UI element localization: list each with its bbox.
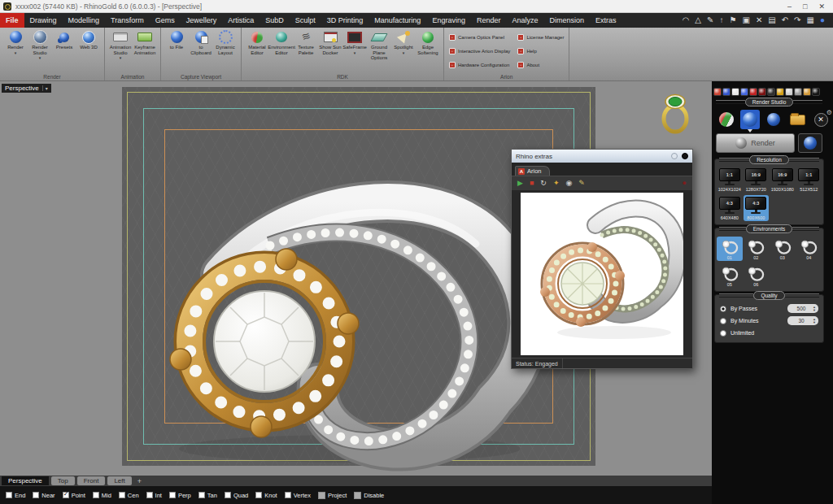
menu-item[interactable]: Jewellery xyxy=(181,13,223,28)
osnap-toggle[interactable]: ✓ Disable xyxy=(354,492,384,499)
checkbox[interactable]: ✓ xyxy=(354,492,361,499)
viewport-label[interactable]: Perspective ▾ xyxy=(2,84,51,93)
flag-icon[interactable]: ⚑ xyxy=(729,16,736,24)
material-swatch[interactable] xyxy=(794,88,802,96)
osnap-toggle[interactable]: ✓ Cen xyxy=(119,492,139,499)
materials-ball-icon[interactable] xyxy=(717,110,736,129)
ribbon-button[interactable]: to File xyxy=(164,29,189,50)
resolution-option[interactable]: 4:3 640X480 xyxy=(717,195,743,221)
quality-option[interactable]: By Passes 500 ▲▼ xyxy=(720,302,818,315)
osnap-toggle[interactable]: ✓ Quad xyxy=(225,492,248,499)
ribbon-button[interactable]: Keyframe Animation xyxy=(133,29,157,55)
quality-option[interactable]: By Minutes 30 ▲▼ xyxy=(720,315,818,327)
pen-icon[interactable]: ✎ xyxy=(707,16,713,24)
ribbon-button[interactable]: Environment Editor xyxy=(269,29,294,55)
material-swatch[interactable] xyxy=(758,88,766,96)
copy-icon[interactable]: ▣ xyxy=(742,16,749,24)
environment-option[interactable]: 01 xyxy=(717,237,743,261)
viewport-tab[interactable]: Top xyxy=(51,476,75,485)
add-viewport-tab[interactable]: + xyxy=(134,477,145,485)
checkbox[interactable]: ✓ xyxy=(93,492,99,498)
checkbox[interactable]: ✓ xyxy=(6,492,12,498)
resolution-option[interactable]: 16:9 1280X720 xyxy=(744,167,770,193)
ribbon-button[interactable]: Show Sun Docker xyxy=(318,29,342,55)
ribbon-button[interactable]: Render ▾ xyxy=(3,29,28,55)
save-icon[interactable]: ▦ xyxy=(807,16,814,24)
render-ball-icon[interactable] xyxy=(740,110,760,129)
checkbox[interactable]: ✓ xyxy=(33,492,39,498)
close-circle-icon[interactable]: ✕ xyxy=(811,110,831,129)
checkbox[interactable]: ✓ xyxy=(255,492,262,498)
environment-option[interactable]: 06 xyxy=(744,263,770,288)
menu-item[interactable]: Render xyxy=(471,13,507,28)
value-spinner[interactable]: 30 ▲▼ xyxy=(787,316,818,325)
delete-icon[interactable]: ✕ xyxy=(756,16,762,24)
material-swatch[interactable] xyxy=(722,88,731,96)
play-icon[interactable]: ▶ xyxy=(517,180,523,187)
checkbox[interactable]: ✓ xyxy=(63,492,69,498)
help-ball-icon[interactable]: ● xyxy=(820,16,825,24)
tab-arion[interactable]: A Arion xyxy=(515,166,550,176)
record-icon[interactable]: ● xyxy=(683,180,687,187)
menu-item[interactable]: Extras xyxy=(590,13,622,28)
checkbox[interactable]: ✓ xyxy=(285,492,291,498)
spinner-arrows[interactable]: ▲▼ xyxy=(813,306,816,311)
radio-button[interactable] xyxy=(720,318,726,324)
paste-icon[interactable]: ▤ xyxy=(768,16,775,24)
osnap-toggle[interactable]: ✓ Mid xyxy=(93,492,111,499)
checkbox[interactable]: ✓ xyxy=(146,492,153,498)
viewport-tab[interactable]: Front xyxy=(77,476,106,485)
ribbon-button[interactable]: Texture Palette xyxy=(294,29,318,55)
viewport-tab[interactable]: Left xyxy=(107,476,131,485)
close-button[interactable]: ✕ xyxy=(818,1,825,12)
resolution-option[interactable]: 16:9 1920X1080 xyxy=(770,167,796,193)
arion-check-item[interactable]: About xyxy=(517,59,564,72)
menu-item[interactable]: Gems xyxy=(150,13,181,28)
ribbon-button[interactable]: Dynamic Layout xyxy=(213,29,238,55)
polygon-icon[interactable]: △ xyxy=(695,16,701,24)
environment-option[interactable]: 04 xyxy=(796,237,822,261)
arrow-up-icon[interactable]: ↑ xyxy=(719,16,723,24)
material-swatch[interactable] xyxy=(731,88,739,96)
material-swatch[interactable] xyxy=(785,88,793,96)
osnap-toggle[interactable]: ✓ Knot xyxy=(255,492,277,499)
restart-icon[interactable]: ↻ xyxy=(540,180,547,187)
resolution-option[interactable]: 1:1 512X512 xyxy=(796,167,822,193)
dropdown-caret[interactable]: ▾ xyxy=(39,56,41,61)
minimize-button[interactable]: – xyxy=(787,1,792,12)
spinner-arrows[interactable]: ▲▼ xyxy=(813,318,816,324)
arion-check-item[interactable]: Interactive Arion Display xyxy=(449,45,510,58)
arion-check-item[interactable]: License Manager xyxy=(517,31,564,44)
snapshot-icon[interactable]: ◉ xyxy=(565,180,572,187)
render-button[interactable]: Render xyxy=(716,133,795,153)
checkbox[interactable]: ✓ xyxy=(169,492,176,498)
dropdown-caret[interactable]: ▾ xyxy=(120,56,122,61)
menu-item[interactable]: Manufacturing xyxy=(369,13,426,28)
menu-item[interactable]: Transform xyxy=(105,13,150,28)
quick-render-button[interactable] xyxy=(798,133,822,153)
redo-icon[interactable]: ↷ xyxy=(794,16,800,24)
menu-item[interactable]: Artistica xyxy=(222,13,259,28)
preview-ball-icon[interactable] xyxy=(764,110,783,129)
material-swatch[interactable] xyxy=(803,88,811,96)
material-swatch[interactable] xyxy=(767,88,775,96)
menu-item[interactable]: Sculpt xyxy=(290,13,321,28)
ribbon-button[interactable]: Animation Studio ▾ xyxy=(108,29,133,61)
dropdown-caret[interactable]: ▾ xyxy=(354,51,356,56)
arion-check-item[interactable]: Hardware Configuration xyxy=(449,59,510,72)
undo-icon[interactable]: ↶ xyxy=(782,16,788,24)
radio-button[interactable] xyxy=(720,306,726,312)
arion-check-item[interactable]: Help xyxy=(517,45,564,58)
environment-option[interactable]: 02 xyxy=(744,237,770,261)
ribbon-button[interactable]: Web 3D xyxy=(76,29,101,50)
menu-item[interactable]: SubD xyxy=(259,13,290,28)
open-folder-icon[interactable] xyxy=(787,110,807,129)
ribbon-button[interactable]: to Clipboard xyxy=(189,29,213,55)
save-render-icon[interactable]: ✎ xyxy=(578,180,585,187)
ribbon-button[interactable]: Ground Plane Options xyxy=(367,29,391,61)
menu-item[interactable]: Engraving xyxy=(426,13,471,28)
menu-item[interactable]: Analyze xyxy=(506,13,543,28)
osnap-toggle[interactable]: ✓ Project xyxy=(318,492,347,499)
ribbon-button[interactable]: Spotlight ▾ xyxy=(391,29,416,55)
popup-close-button[interactable] xyxy=(682,153,688,159)
